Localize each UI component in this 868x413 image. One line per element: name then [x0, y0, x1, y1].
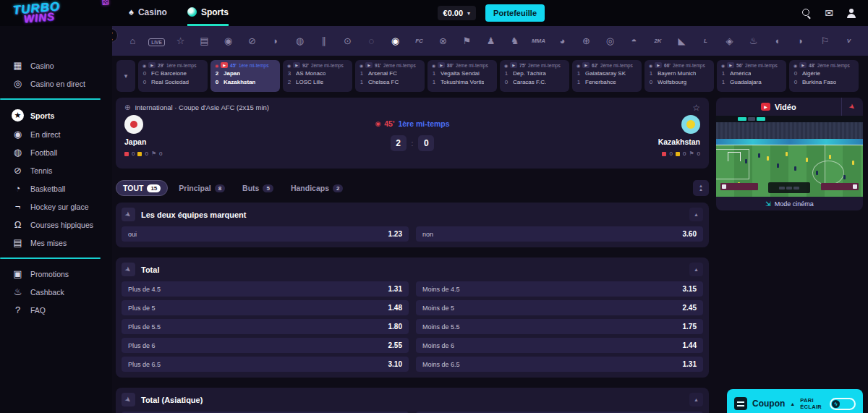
- bet-option[interactable]: Moins de 5 2.45: [416, 300, 703, 315]
- bet-option[interactable]: Moins de 5.5 1.75: [416, 319, 703, 334]
- sport-icon[interactable]: ▤: [192, 35, 216, 46]
- sidebar-item[interactable]: ♨ Cashback: [0, 283, 112, 301]
- bet-option[interactable]: Moins de 6 1.44: [416, 338, 703, 353]
- sport-icon[interactable]: ◕: [550, 35, 574, 46]
- away-team: Burkina Faso: [802, 78, 836, 87]
- sport-icon[interactable]: FC: [407, 38, 431, 44]
- ticker-match-card[interactable]: ◉ ▶ 75' 2ème mi-temps 1 Dep. Táchira 0 C…: [500, 60, 569, 92]
- sport-icon[interactable]: ▾: [861, 35, 868, 46]
- sidebar-item[interactable]: ▣ Promotions: [0, 265, 112, 283]
- bet-option[interactable]: non 3.60: [416, 226, 703, 242]
- sport-icon[interactable]: ♟: [479, 35, 503, 46]
- wallet-button[interactable]: Portefeuille: [485, 4, 545, 22]
- sidebar-item[interactable]: ★ Sports: [0, 106, 112, 125]
- sidebar-item[interactable]: ⊘ Tennis: [0, 161, 112, 179]
- sidebar-item[interactable]: ◎ Casino en direct: [0, 74, 112, 93]
- sport-icon[interactable]: ◉: [383, 35, 407, 46]
- ticker-match-card[interactable]: ◉ ▶ 56' 2ème mi-temps 1 América 1 Guadal…: [717, 60, 786, 92]
- sport-icon[interactable]: ☆: [169, 35, 192, 46]
- away-team: Guadalajara: [730, 78, 762, 87]
- market-tab[interactable]: Principal 8: [172, 180, 231, 196]
- ticker-match-card[interactable]: ◉ ▶ 62' 2ème mi-temps 1 Galatasaray SK 1…: [572, 60, 642, 92]
- bet-option[interactable]: Plus de 4.5 1.31: [122, 281, 409, 297]
- tab-sports[interactable]: Sports: [187, 0, 229, 26]
- sport-icon[interactable]: ◎: [598, 35, 622, 46]
- sport-icon[interactable]: ◌: [359, 35, 383, 46]
- bet-option[interactable]: Plus de 5.5 1.80: [122, 319, 409, 334]
- sport-icon[interactable]: ◗: [264, 35, 288, 46]
- sport-icon[interactable]: ◗: [789, 35, 813, 46]
- ticker-match-card[interactable]: ◉ ▶ 45' 1ère mi-temps 2 Japan 0 Kazakhst…: [210, 60, 280, 92]
- tab-casino[interactable]: ♠ Casino: [129, 0, 167, 26]
- pin-market-button[interactable]: ➤: [122, 393, 135, 406]
- sport-icon[interactable]: L: [694, 38, 718, 44]
- market-tab[interactable]: Handicaps 2: [284, 180, 350, 196]
- market-tab[interactable]: TOUT 15: [116, 180, 168, 196]
- sport-icon[interactable]: ◣: [670, 35, 694, 46]
- cinema-mode-button[interactable]: ⇲ Mode cinéma: [716, 197, 863, 210]
- sport-icon[interactable]: ◓: [622, 35, 646, 46]
- ticker-cards: ◉ ▶ 29' 1ère mi-temps 0 FC Barcelone 0 R…: [138, 60, 859, 93]
- search-button[interactable]: [800, 7, 813, 20]
- coupon-bar[interactable]: Coupon ▲ PARI ÉCLAIR ϟ: [727, 389, 863, 413]
- sport-icon[interactable]: ⊙: [336, 35, 359, 46]
- ticker-match-card[interactable]: ◉ ▶ 91' 2ème mi-temps 1 Arsenal FC 1 Che…: [355, 60, 425, 92]
- messages-button[interactable]: ✉: [822, 7, 835, 20]
- sport-icon[interactable]: LIVE: [145, 35, 169, 46]
- sport-icon[interactable]: ⊘: [240, 35, 264, 46]
- ticker-match-card[interactable]: ◉ ▶ 48' 2ème mi-temps 0 Algérie 0 Burkin…: [789, 60, 859, 92]
- sport-icon[interactable]: ♞: [503, 35, 527, 46]
- sport-icon[interactable]: ⌂: [121, 35, 145, 46]
- sport-icon[interactable]: ◈: [718, 35, 741, 46]
- match-minute: 56': [736, 63, 743, 68]
- sidebar-item[interactable]: ◔ Basketball: [0, 179, 112, 197]
- sport-icon[interactable]: ⚑: [455, 35, 479, 46]
- collapse-all-button[interactable]: ▲▲: [693, 180, 709, 196]
- sidebar-item[interactable]: ◉ En direct: [0, 125, 112, 143]
- sidebar-item[interactable]: Ω Courses hippiques: [0, 216, 112, 234]
- balance-dropdown[interactable]: €0.00 ▾: [438, 6, 477, 20]
- sidebar-item[interactable]: ▤ Mes mises: [0, 234, 112, 252]
- sport-icon[interactable]: ⚐: [813, 35, 837, 46]
- pin-video-button[interactable]: ➤: [841, 98, 863, 116]
- sport-icon[interactable]: ⊕: [574, 35, 598, 46]
- sport-icon[interactable]: V: [837, 38, 861, 44]
- sidebar-item[interactable]: ¬ Hockey sur glace: [0, 197, 112, 216]
- dice-icon: ⚄: [101, 0, 110, 7]
- sport-icon[interactable]: ♨: [741, 35, 765, 46]
- pin-market-button[interactable]: ➤: [122, 208, 135, 221]
- market-tab[interactable]: Buts 5: [236, 180, 280, 196]
- favorite-star-icon[interactable]: ☆: [692, 103, 700, 113]
- brand-logo[interactable]: TURBO WINS ⚄: [12, 0, 108, 25]
- ticker-match-card[interactable]: ◉ ▶ 80' 2ème mi-temps 1 Vegalta Sendai 1…: [427, 60, 497, 92]
- bet-option[interactable]: oui 1.23: [122, 226, 409, 242]
- bet-option[interactable]: Plus de 6 2.55: [122, 338, 409, 353]
- collapse-market-button[interactable]: ▲: [689, 208, 703, 221]
- sport-icon[interactable]: MMA: [527, 38, 550, 44]
- bet-option[interactable]: Moins de 6.5 1.31: [416, 357, 703, 372]
- ticker-match-card[interactable]: ◉ ▶ 29' 1ère mi-temps 0 FC Barcelone 0 R…: [138, 60, 208, 92]
- sport-icon[interactable]: ∥: [312, 35, 336, 46]
- sidebar-item[interactable]: ▦ Casino: [0, 56, 112, 74]
- sport-icon[interactable]: 2K: [646, 38, 670, 44]
- bet-option[interactable]: Plus de 6.5 3.10: [122, 357, 409, 372]
- sidebar-item[interactable]: ◍ Football: [0, 143, 112, 161]
- account-button[interactable]: [845, 7, 858, 20]
- ticker-match-card[interactable]: ◉ ▶ 66' 2ème mi-temps 1 Bayern Munich 0 …: [644, 60, 714, 92]
- bet-option[interactable]: Moins de 4.5 3.15: [416, 281, 703, 297]
- video-stream[interactable]: [716, 116, 863, 197]
- pin-market-button[interactable]: ➤: [122, 263, 135, 276]
- ticker-home-row: 0 Algérie: [793, 69, 854, 78]
- sport-icon[interactable]: ⊗: [431, 35, 455, 46]
- flash-bet-toggle[interactable]: ϟ: [830, 398, 856, 410]
- ticker-dropdown-button[interactable]: ▾: [116, 60, 135, 92]
- collapse-market-button[interactable]: ▲: [689, 263, 703, 276]
- collapse-market-button[interactable]: ▲: [689, 393, 703, 406]
- ticker-match-card[interactable]: ◉ ▶ 92' 2ème mi-temps 3 AS Monaco 2 LOSC…: [283, 60, 352, 92]
- video-play-icon: ▶: [799, 62, 807, 68]
- sport-icon[interactable]: ◖: [765, 35, 789, 46]
- bet-option[interactable]: Plus de 5 1.48: [122, 300, 409, 315]
- sport-icon[interactable]: ◉: [216, 35, 240, 46]
- sport-icon[interactable]: ◍: [288, 35, 312, 46]
- sidebar-item[interactable]: ? FAQ: [0, 301, 112, 319]
